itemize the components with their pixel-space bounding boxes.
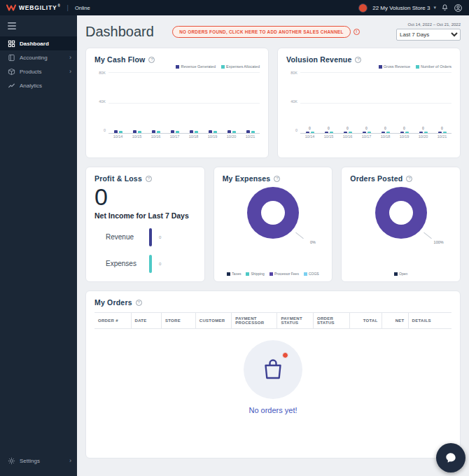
help-icon[interactable]: ? [274, 176, 280, 182]
bar-value-label: 0 [346, 126, 349, 130]
brand: WEBGILITY® | Online [6, 4, 90, 11]
book-icon [8, 54, 15, 62]
sidebar-item-products[interactable]: Products › [0, 64, 77, 78]
x-axis-label: 10/17 [362, 134, 372, 139]
alert-icon: ! [354, 29, 360, 35]
notification-dot [282, 352, 288, 358]
pl-row-value: 0 [159, 235, 161, 239]
page-header: Dashboard NO ORDERS FOUND, CLICK HERE TO… [85, 22, 461, 41]
orders-column-header: CUSTOMER [195, 313, 232, 328]
legend-item: Revenue Generated [176, 64, 216, 69]
orders-column-header: ORDER # [94, 313, 131, 328]
pl-expenses-bar [149, 255, 152, 273]
bar-group: 10/18 [190, 72, 198, 133]
bar [386, 132, 390, 133]
sidebar-item-accounting[interactable]: Accounting › [0, 50, 77, 64]
sidebar-collapse-button[interactable] [0, 20, 77, 32]
chevron-down-icon[interactable]: ▾ [433, 5, 436, 10]
expenses-legend: TaxesShippingProcessor FeesCOGS [214, 272, 332, 276]
orders-empty-state: No orders yet! [94, 340, 451, 414]
sidebar-item-dashboard[interactable]: Dashboard [0, 36, 77, 50]
callout-line [424, 232, 432, 239]
shopping-bag-icon [260, 357, 286, 382]
bar [400, 132, 404, 133]
bar [190, 130, 193, 133]
chevron-right-icon: › [69, 458, 71, 464]
bar [119, 131, 122, 133]
bar [311, 132, 314, 133]
sidebar-item-settings[interactable]: Settings › [0, 454, 77, 468]
box-icon [8, 68, 15, 76]
bar-group: 10/14 [114, 72, 122, 133]
bar-group: 010/19 [400, 72, 409, 133]
hamburger-icon [8, 22, 16, 29]
chat-bubble-icon [444, 451, 458, 465]
bar-value-label: 0 [441, 126, 443, 130]
bar-value-label: 0 [309, 126, 311, 130]
card-title: Orders Posted [350, 174, 402, 183]
brand-name: WEBGILITY® [19, 4, 61, 11]
app-window: WEBGILITY® | Online 22 My Volusion Store… [0, 0, 469, 476]
online-status: Online [75, 5, 90, 11]
bar-group: 10/15 [133, 72, 141, 133]
x-axis-label: 10/15 [132, 134, 142, 139]
bar-group: 010/14 [306, 72, 314, 133]
charts-row: My Cash Flow ? Revenue GeneratedExpenses… [85, 48, 461, 158]
bar-group: 10/17 [171, 72, 179, 133]
bar-value-label: 0 [328, 126, 330, 130]
bar [209, 130, 212, 133]
bar [344, 132, 347, 133]
bar [405, 132, 409, 133]
orders-column-header: NET [382, 313, 408, 328]
no-orders-banner-button[interactable]: NO ORDERS FOUND, CLICK HERE TO ADD ANOTH… [172, 26, 351, 38]
bar-group: 10/19 [209, 72, 217, 133]
bar-value-label: 0 [365, 126, 368, 130]
sidebar-item-analytics[interactable]: Analytics [0, 78, 77, 92]
date-range-select[interactable]: Last 7 Days [396, 29, 461, 41]
bar-group: 10/21 [246, 72, 255, 133]
bar [438, 132, 442, 133]
legend-item: Gross Revenue [379, 64, 410, 69]
store-selector[interactable]: 22 My Volusion Store 3 [372, 5, 430, 11]
help-icon[interactable]: ? [355, 57, 361, 63]
x-axis-label: 10/20 [227, 134, 237, 139]
orders-column-header: PAYMENT STATUS [276, 313, 313, 328]
bar [195, 131, 198, 133]
empty-state-text: No orders yet! [94, 406, 451, 414]
donut-callout-label: 0% [310, 240, 316, 244]
callout-line [295, 232, 304, 239]
profit-loss-card: Profit & Loss ? 0 Net Income for Last 7 … [85, 167, 205, 282]
x-axis-label: 10/19 [400, 134, 410, 139]
x-axis-label: 10/20 [419, 134, 428, 139]
legend-item: COGS [304, 272, 319, 276]
legend-item: Shipping [246, 272, 264, 276]
help-icon[interactable]: ? [406, 176, 412, 182]
sidebar-item-label: Dashboard [20, 41, 49, 47]
bar-group: 10/20 [227, 72, 236, 133]
help-icon[interactable]: ? [146, 176, 152, 182]
sidebar-item-label: Analytics [20, 83, 42, 89]
help-icon[interactable]: ? [148, 57, 155, 63]
orders-table-header: ORDER #DATESTORECUSTOMERPAYMENT PROCESSO… [94, 312, 451, 329]
dashboard-grid-icon [8, 40, 15, 48]
account-icon[interactable] [454, 4, 463, 13]
bar-group: 010/16 [344, 72, 352, 133]
bar [368, 132, 371, 133]
orders-column-header: DATE [131, 313, 161, 328]
bar [133, 130, 136, 133]
bar [349, 132, 352, 133]
x-axis-label: 10/18 [381, 134, 391, 139]
orders-posted-donut-zone: 100% [375, 187, 427, 239]
bar [246, 130, 250, 133]
chart-legend: Gross RevenueNumber of Orders [286, 64, 451, 69]
orders-posted-donut-chart [375, 187, 427, 239]
chat-launcher-button[interactable] [436, 443, 465, 472]
help-icon[interactable]: ? [136, 300, 142, 306]
divider: | [67, 4, 69, 11]
x-axis-label: 10/17 [170, 134, 180, 139]
bar-value-label: 0 [403, 126, 405, 130]
bell-icon[interactable] [441, 4, 449, 12]
bar [157, 131, 160, 133]
volusion-revenue-card: Volusion Revenue ? Gross RevenueNumber o… [277, 48, 461, 158]
bar [443, 132, 447, 133]
